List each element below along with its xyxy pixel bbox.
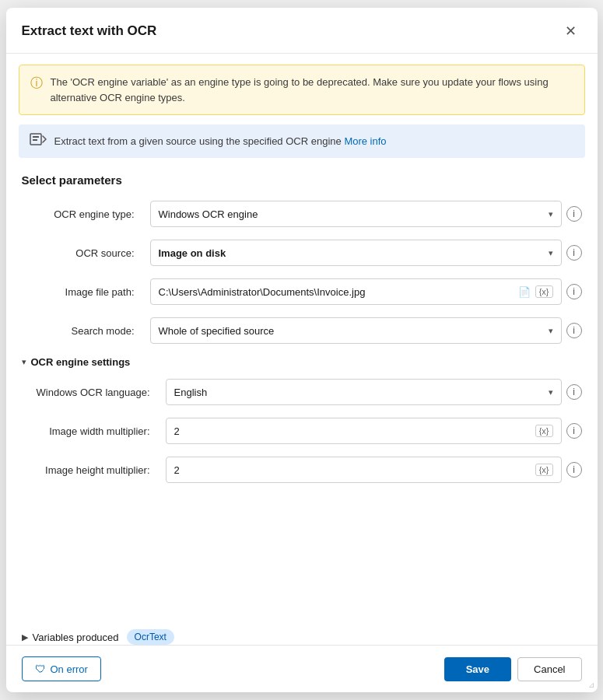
shield-icon: 🛡: [35, 663, 46, 675]
warning-banner: ⓘ The 'OCR engine variable' as an engine…: [19, 65, 585, 115]
ocr-source-chevron-icon: ▾: [549, 248, 553, 258]
image-height-multiplier-control: 2 {x} i: [166, 457, 582, 483]
search-mode-chevron-icon: ▾: [549, 326, 553, 336]
extract-text-ocr-dialog: Extract text with OCR ✕ ⓘ The 'OCR engin…: [6, 8, 598, 692]
on-error-button[interactable]: 🛡 On error: [22, 656, 101, 681]
search-mode-select[interactable]: Whole of specified source ▾: [150, 317, 562, 344]
windows-ocr-language-select[interactable]: English ▾: [166, 379, 562, 405]
image-height-multiplier-info-button[interactable]: i: [566, 462, 582, 478]
ocr-source-label: OCR source:: [22, 247, 142, 259]
file-browse-icon[interactable]: 📄: [517, 285, 532, 299]
variable-insert-icon[interactable]: {x}: [535, 285, 553, 298]
warning-text: The 'OCR engine variable' as an engine t…: [51, 75, 573, 105]
close-button[interactable]: ✕: [560, 20, 582, 42]
ocr-engine-type-info-button[interactable]: i: [566, 206, 582, 222]
svg-rect-2: [33, 139, 37, 141]
windows-ocr-language-label: Windows OCR language:: [22, 387, 158, 398]
ocr-source-select[interactable]: Image on disk ▾: [150, 240, 562, 266]
ocr-engine-settings-header[interactable]: ▾ OCR engine settings: [22, 356, 582, 368]
section-title: Select parameters: [22, 173, 582, 187]
ocr-engine-type-label: OCR engine type:: [22, 208, 142, 220]
image-width-multiplier-input[interactable]: 2 {x}: [166, 418, 562, 444]
info-banner: Extract text from a given source using t…: [19, 124, 585, 158]
warning-icon: ⓘ: [30, 75, 43, 92]
ocr-engine-type-row: OCR engine type: Windows OCR engine ▾ i: [22, 201, 582, 227]
image-height-multiplier-label: Image height multiplier:: [22, 464, 158, 476]
ocr-icon: [30, 132, 47, 150]
ocr-source-info-button[interactable]: i: [566, 245, 582, 261]
dialog-header: Extract text with OCR ✕: [6, 8, 598, 54]
save-button[interactable]: Save: [444, 657, 511, 681]
ocr-settings-chevron-icon: ▾: [22, 357, 26, 367]
image-width-multiplier-row: Image width multiplier: 2 {x} i: [22, 418, 582, 444]
resize-handle[interactable]: ⊿: [588, 681, 594, 689]
variables-produced-row: ▶ Variables produced OcrText: [6, 617, 598, 645]
search-mode-control: Whole of specified source ▾ i: [150, 317, 582, 344]
search-mode-info-button[interactable]: i: [566, 323, 582, 338]
ocr-engine-type-control: Windows OCR engine ▾ i: [150, 201, 582, 227]
windows-ocr-language-control: English ▾ i: [166, 379, 582, 405]
ocr-engine-settings-title: OCR engine settings: [31, 356, 131, 368]
image-width-multiplier-control: 2 {x} i: [166, 418, 582, 444]
svg-rect-1: [33, 136, 39, 138]
image-height-multiplier-row: Image height multiplier: 2 {x} i: [22, 457, 582, 483]
height-variable-insert-icon[interactable]: {x}: [535, 464, 553, 476]
variables-chevron-icon: ▶: [22, 632, 28, 642]
windows-ocr-language-chevron-icon: ▾: [549, 387, 553, 397]
windows-ocr-language-info-button[interactable]: i: [566, 384, 582, 400]
info-banner-text: Extract text from a given source using t…: [54, 135, 387, 147]
dialog-title: Extract text with OCR: [22, 23, 157, 39]
image-file-path-info-button[interactable]: i: [566, 284, 582, 299]
image-file-path-input[interactable]: C:\Users\Administrator\Documents\Invoice…: [150, 278, 562, 305]
variables-produced-label: Variables produced: [33, 632, 119, 643]
image-file-path-control: C:\Users\Administrator\Documents\Invoice…: [150, 278, 582, 305]
search-mode-row: Search mode: Whole of specified source ▾…: [22, 317, 582, 344]
image-width-multiplier-label: Image width multiplier:: [22, 425, 158, 437]
image-file-path-row: Image file path: C:\Users\Administrator\…: [22, 278, 582, 305]
cancel-button[interactable]: Cancel: [517, 657, 581, 681]
image-file-path-label: Image file path:: [22, 286, 142, 298]
ocr-engine-type-select[interactable]: Windows OCR engine ▾: [150, 201, 562, 227]
image-height-multiplier-input[interactable]: 2 {x}: [166, 457, 562, 483]
footer-right: Save Cancel: [444, 657, 582, 681]
dialog-footer: 🛡 On error Save Cancel: [6, 645, 598, 692]
ocr-source-row: OCR source: Image on disk ▾ i: [22, 240, 582, 266]
params-section: Select parameters OCR engine type: Windo…: [6, 158, 598, 617]
search-mode-label: Search mode:: [22, 325, 142, 337]
windows-ocr-language-row: Windows OCR language: English ▾ i: [22, 379, 582, 405]
width-variable-insert-icon[interactable]: {x}: [535, 425, 553, 437]
ocr-engine-settings-section: ▾ OCR engine settings Windows OCR langua…: [22, 356, 582, 483]
ocr-text-badge[interactable]: OcrText: [127, 629, 174, 645]
variables-produced-toggle[interactable]: ▶ Variables produced: [22, 632, 119, 643]
more-info-link[interactable]: More info: [344, 135, 386, 147]
image-width-multiplier-info-button[interactable]: i: [566, 423, 582, 439]
ocr-engine-type-chevron-icon: ▾: [549, 209, 553, 219]
footer-left: 🛡 On error: [22, 656, 101, 681]
ocr-engine-settings-content: Windows OCR language: English ▾ i Image …: [22, 379, 582, 483]
ocr-source-control: Image on disk ▾ i: [150, 240, 582, 266]
